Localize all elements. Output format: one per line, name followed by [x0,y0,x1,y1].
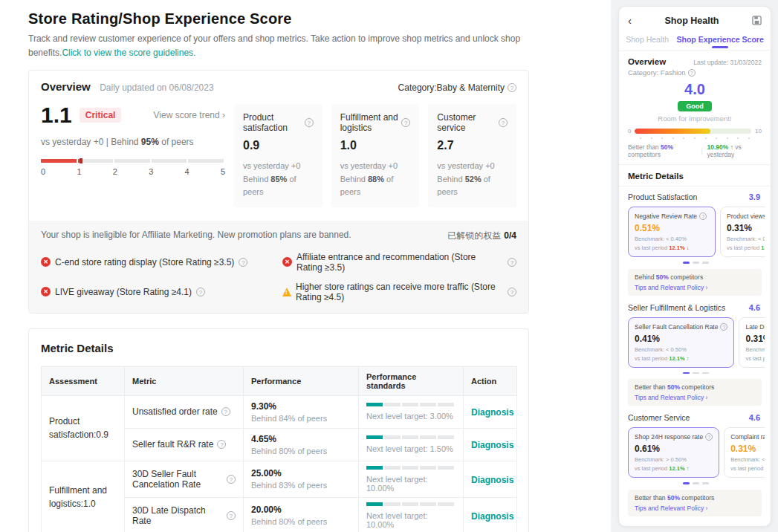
metric-value: 1.0 [340,139,411,152]
table-header-row: Assessment Metric Performance Performanc… [42,366,517,395]
tips-policy-link[interactable]: Tips and Relevant Policy › [635,284,755,291]
up-arrow-icon: ↑ [687,355,690,362]
phone-title: Shop Health [632,16,752,26]
info-icon[interactable] [508,83,516,92]
info-icon[interactable] [401,118,410,127]
down-arrow-icon: ↓ [687,244,690,251]
carousel-dots[interactable] [628,372,763,374]
metric-details-table: Assessment Metric Performance Performanc… [41,366,517,532]
competitor-note: Better than 50% competitors Tips and Rel… [628,379,762,406]
phone-tab-shop-health[interactable]: Shop Health [626,35,669,50]
info-icon[interactable] [508,288,516,296]
info-icon[interactable] [499,118,508,127]
gauge-ticks [640,137,750,139]
diagnosis-link[interactable]: Diagnosis [471,475,513,485]
up-arrow-icon: ↑ [730,143,733,151]
col-metric: Metric [125,366,244,395]
phone-compare-line: Better than 50% competitors | 10.90% ↑ v… [628,143,762,158]
diagnosis-link[interactable]: Diagnosis [471,511,513,522]
standards-bar [366,502,456,506]
phone-section-product-satisfaction: Product Satisfaction 3.9 Negative Review… [619,186,771,296]
overview-card: Overview Daily updated on 06/08/2023 Cat… [28,70,529,314]
info-icon[interactable] [196,288,205,296]
info-icon[interactable] [305,118,314,127]
col-action: Action [464,366,517,395]
view-score-trend-link[interactable]: View score trend › [154,110,226,120]
col-performance-standards: Performance standards [359,366,464,395]
save-icon[interactable] [752,16,762,25]
phone-metric-card-complaint-rate[interactable]: Complaint rate 0.31% Benchmark: < 0.40 v… [724,427,765,478]
phone-panel: ‹ Shop Health Shop Health Shop Experienc… [618,6,771,527]
phone-score: 4.0 [628,81,762,98]
phone-tab-shop-experience-score[interactable]: Shop Experience Score [676,35,763,50]
info-icon[interactable] [227,511,236,520]
metric-details-card: Metric Details Assessment Metric Perform… [28,328,529,532]
unlocked-benefits-counter: 已解锁的权益0/4 [447,230,516,242]
tips-policy-link[interactable]: Tips and Relevant Policy › [635,505,755,512]
info-icon[interactable] [221,407,230,416]
info-icon[interactable] [508,258,516,267]
phone-section-customer-service: Customer Service 4.6 Shop 24H response r… [619,407,771,516]
metric-value: 0.9 [243,139,314,152]
overview-card-fulfillment: Fulfillment and logistics 1.0 vs yesterd… [331,104,420,207]
diagnosis-link[interactable]: Diagnosis [471,440,513,450]
score-slider-marker [80,158,82,163]
diagnosis-link[interactable]: Diagnosis [471,407,513,418]
page-description: Track and review customer experience of … [28,32,529,59]
info-icon[interactable] [239,258,247,267]
info-icon[interactable] [699,213,707,220]
score-gauge [635,129,751,134]
score-level-badge: Critical [80,108,122,123]
up-arrow-icon: ↑ [687,465,690,472]
standards-bar [366,435,456,439]
category-label: Category:Baby & Maternity [398,82,516,93]
error-icon [41,287,51,296]
phone-preview-region: ‹ Shop Health Shop Health Shop Experienc… [611,0,778,532]
table-row: Product satisfaction:0.9 Unsatisfied ord… [42,395,517,428]
error-icon [282,257,292,267]
score-slider-labels: 0 1 2 3 4 5 [41,167,225,176]
phone-metric-card-24h-response[interactable]: Shop 24H response rate 0.61% Benchmark: … [628,427,719,478]
overview-card-customer-service: Customer service 2.7 vs yesterday +0 Beh… [428,104,516,207]
score-slider-fill [41,159,82,163]
store-score: 1.1 [41,104,72,126]
phone-metric-card-seller-fault-cancellation[interactable]: Seller Fault Cancellation Rate 0.41% Ben… [628,317,734,368]
competitor-note: Behind 50% competitors Tips and Relevant… [628,269,762,296]
phone-score-hint: Room for improvement! [628,114,762,123]
overview-updated: Daily updated on 06/08/2023 [100,82,213,93]
carousel-dots[interactable] [628,262,763,264]
benefit-item: C-end store rating display (Store Rating… [41,252,275,273]
benefit-item: Higher store ratings can receive more tr… [282,282,516,302]
benefit-item: LIVE giveaway (Store Rating ≥4.1) [41,282,275,302]
tips-policy-link[interactable]: Tips and Relevant Policy › [635,394,755,401]
gauge-max-label: 10 [755,128,762,134]
standards-bar [366,403,456,406]
phone-metric-card-negative-review-rate[interactable]: Negative Review Rate 0.51% Benchmark: < … [628,207,716,257]
col-performance: Performance [244,366,359,395]
col-assessment: Assessment [42,366,125,395]
phone-score-badge: Good [678,101,712,111]
phone-metric-card-product-views[interactable]: Product views 0.31% Benchmark: < 0.40% v… [720,207,765,257]
carousel-dots[interactable] [628,482,763,484]
info-icon[interactable] [217,440,226,449]
overview-card-product-satisfaction: Product satisfaction 0.9 vs yesterday +0… [234,104,322,207]
gauge-min-label: 0 [628,128,631,134]
metric-value: 2.7 [437,139,508,152]
info-icon[interactable] [688,69,696,77]
score-slider [41,159,225,163]
info-icon[interactable] [227,475,236,484]
main-panel: Store Rating/Shop Experience Score Track… [0,0,611,532]
info-icon[interactable] [705,433,713,441]
phone-metric-card-late-dispatch[interactable]: Late Dispat 0.31% Benchmark: < vs last p… [739,317,765,368]
metric-details-heading: Metric Details [41,342,516,354]
assessment-cell: Product satisfaction:0.9 [42,395,125,461]
score-guidelines-link[interactable]: Click to view the score guidelines. [62,48,195,58]
phone-category: Category: Fashion [628,68,762,77]
info-icon[interactable] [720,323,727,331]
competitor-note: Better than 50% competitors Tips and Rel… [628,490,762,516]
phone-metric-details-heading: Metric Details [619,165,771,186]
score-compare-line: vs yesterday +0 | Behind 95% of peers [41,137,225,147]
phone-section-fulfillment: Seller Fulfillment & Logistics 4.6 Selle… [619,297,771,406]
error-icon [41,257,51,267]
phone-last-update: Last update: 31/03/2022 [693,59,762,66]
